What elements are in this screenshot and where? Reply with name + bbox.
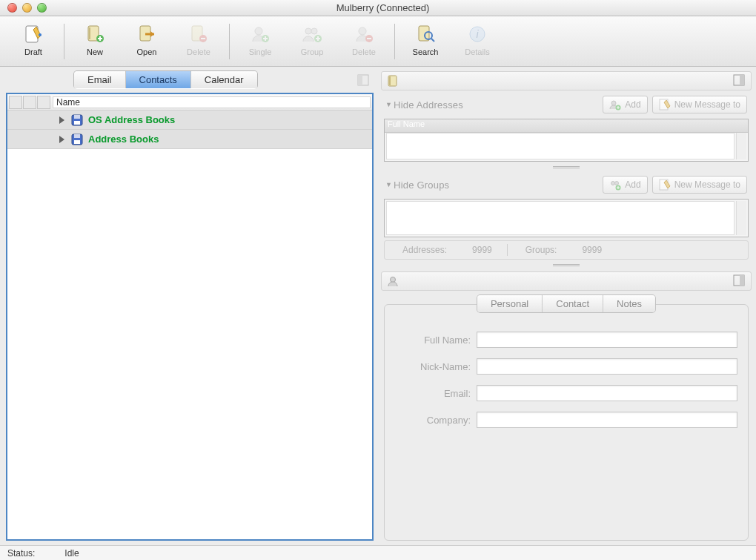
right-pane: Hide Addresses Add New Message to Full N… xyxy=(378,67,756,545)
addresses-column-header[interactable]: Full Name xyxy=(385,119,748,133)
detail-tabs: Personal Contact Notes xyxy=(477,295,655,312)
details-button[interactable]: i Details xyxy=(451,21,503,62)
form-row: Email: xyxy=(395,385,737,401)
groups-list-body[interactable] xyxy=(386,201,735,235)
tab-calendar[interactable]: Calendar xyxy=(191,71,257,88)
delete-contact-button[interactable]: Delete xyxy=(338,21,390,62)
splitter-handle[interactable] xyxy=(381,263,752,269)
addresses-count-value: 9999 xyxy=(457,245,507,255)
form-row: Nick-Name: xyxy=(395,358,737,375)
open-button[interactable]: Open xyxy=(121,21,173,62)
nick-name-input[interactable] xyxy=(477,358,737,375)
tab-personal[interactable]: Personal xyxy=(477,295,543,312)
new-message-to-address-button[interactable]: New Message to xyxy=(652,96,747,113)
left-pane: Email Contacts Calendar Name xyxy=(0,67,378,545)
draft-button[interactable]: Draft xyxy=(7,21,59,62)
draft-icon xyxy=(21,22,45,46)
add-group-label: Add xyxy=(625,179,640,190)
tree-row[interactable]: OS Address Books xyxy=(7,111,372,130)
email-label: Email: xyxy=(395,388,477,399)
splitter-handle[interactable] xyxy=(381,165,752,171)
tree-item-label: OS Address Books xyxy=(88,114,175,125)
compose-icon xyxy=(659,99,671,111)
svg-rect-29 xyxy=(389,76,391,85)
new-button[interactable]: New xyxy=(69,21,121,62)
nick-name-label: Nick-Name: xyxy=(395,361,477,372)
right-header-strip xyxy=(381,71,752,90)
svg-point-32 xyxy=(611,101,616,105)
scrollbar[interactable] xyxy=(736,133,746,159)
svg-rect-31 xyxy=(740,75,744,85)
groups-listbox[interactable] xyxy=(384,199,749,237)
collapse-left-icon[interactable] xyxy=(357,74,369,86)
tab-contact[interactable]: Contact xyxy=(543,295,603,312)
full-name-input[interactable] xyxy=(477,332,737,348)
addresses-list-body[interactable] xyxy=(386,133,735,159)
svg-rect-3 xyxy=(89,27,90,39)
delete-addressbook-button[interactable]: Delete xyxy=(173,21,225,62)
addresses-section-head: Hide Addresses Add New Message to xyxy=(381,93,752,116)
main-tab-row: Email Contacts Calendar xyxy=(74,71,374,88)
search-button[interactable]: Search xyxy=(399,21,451,62)
collapse-detail-icon[interactable] xyxy=(733,274,746,288)
group-contact-icon xyxy=(300,22,324,46)
addresses-listbox[interactable]: Full Name xyxy=(384,119,749,162)
delete-addressbook-icon xyxy=(187,22,210,46)
new-addressbook-icon xyxy=(83,22,107,46)
form-row: Company: xyxy=(395,412,737,428)
titlebar: Mulberry (Connected) xyxy=(0,0,756,16)
svg-point-1 xyxy=(39,33,42,36)
svg-marker-6 xyxy=(150,31,154,37)
email-input[interactable] xyxy=(477,385,737,401)
tree-row[interactable]: Address Books xyxy=(7,130,372,149)
disk-icon xyxy=(70,113,84,127)
scrollbar[interactable] xyxy=(736,201,746,235)
new-message-to-group-label: New Message to xyxy=(674,179,740,190)
tree-header: Name xyxy=(7,94,372,111)
groups-count-value: 9999 xyxy=(567,245,617,255)
addresses-count-label: Addresses: xyxy=(385,245,457,255)
company-label: Company: xyxy=(395,415,477,426)
hide-groups-toggle[interactable]: Hide Groups xyxy=(385,179,449,191)
groups-count-label: Groups: xyxy=(508,245,568,255)
tree-body[interactable]: OS Address Books Address Books xyxy=(7,111,372,539)
single-contact-button[interactable]: Single xyxy=(234,21,286,62)
add-group-icon xyxy=(609,179,621,191)
open-addressbook-icon xyxy=(135,22,159,46)
tree-column-header[interactable]: Name xyxy=(53,96,371,108)
window-title: Mulberry (Connected) xyxy=(10,2,756,13)
tree-col-icon[interactable] xyxy=(9,96,22,109)
company-input[interactable] xyxy=(477,412,737,428)
group-contact-button[interactable]: Group xyxy=(286,21,338,62)
svg-rect-24 xyxy=(74,121,80,125)
disclosure-triangle-icon[interactable] xyxy=(59,116,64,124)
new-message-to-group-button[interactable]: New Message to xyxy=(652,176,747,194)
counts-row: Addresses: 9999 Groups: 9999 xyxy=(384,240,749,260)
tab-email[interactable]: Email xyxy=(74,71,126,88)
selected-contact-strip xyxy=(381,271,752,291)
svg-point-14 xyxy=(359,27,366,35)
add-address-label: Add xyxy=(625,99,640,110)
hide-addresses-toggle[interactable]: Hide Addresses xyxy=(385,99,463,111)
tree-col-icon[interactable] xyxy=(23,96,36,109)
svg-point-39 xyxy=(391,277,396,283)
tab-notes[interactable]: Notes xyxy=(603,295,655,312)
contact-small-icon xyxy=(386,274,399,288)
compose-icon xyxy=(659,179,671,191)
add-group-button[interactable]: Add xyxy=(603,176,647,194)
status-value: Idle xyxy=(64,548,79,559)
add-address-button[interactable]: Add xyxy=(603,96,647,113)
tab-contacts[interactable]: Contacts xyxy=(126,71,191,88)
disk-icon xyxy=(70,133,84,146)
form-row: Full Name: xyxy=(395,332,737,348)
svg-point-11 xyxy=(305,28,311,34)
groups-section-head: Hide Groups Add New Message to xyxy=(381,174,752,196)
tree-col-icon[interactable] xyxy=(37,96,50,109)
svg-point-36 xyxy=(615,182,619,185)
tree-item-label: Address Books xyxy=(88,134,159,145)
disclosure-triangle-icon[interactable] xyxy=(59,136,64,143)
svg-rect-27 xyxy=(74,140,80,144)
status-bar: Status: Idle xyxy=(0,545,756,560)
collapse-right-icon[interactable] xyxy=(733,74,746,88)
svg-rect-26 xyxy=(74,134,80,138)
